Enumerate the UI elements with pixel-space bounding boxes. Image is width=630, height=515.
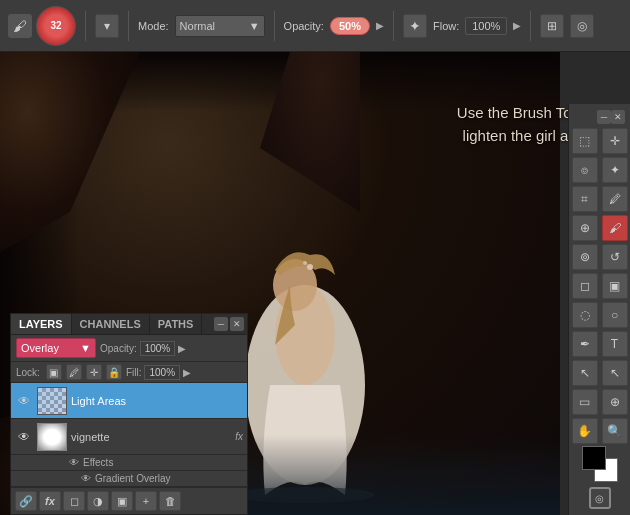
svg-point-3	[307, 264, 313, 270]
opacity-arrow-right[interactable]: ▶	[376, 20, 384, 31]
lock-move-btn[interactable]: ✛	[86, 364, 102, 380]
toolbar-separator-4	[393, 11, 394, 41]
eyedropper-btn[interactable]: 🖉	[602, 186, 628, 212]
tab-channels[interactable]: CHANNELS	[72, 314, 150, 334]
opacity-value-box[interactable]: 50%	[330, 17, 370, 35]
lock-position-btn[interactable]: 🖉	[66, 364, 82, 380]
clone-source-btn[interactable]: ⊞	[540, 14, 564, 38]
link-layers-btn[interactable]: 🔗	[15, 491, 37, 511]
tool-row-10: ▭ ⊕	[571, 388, 629, 416]
svg-point-4	[303, 261, 307, 265]
panel-close-btn[interactable]: ✕	[611, 110, 625, 124]
magic-wand-btn[interactable]: ✦	[602, 157, 628, 183]
gradient-overlay-eye[interactable]: 👁	[81, 473, 91, 484]
quick-mask-btn[interactable]: ◎	[589, 487, 611, 509]
tool-row-3: ⌗ 🖉	[571, 185, 629, 213]
flow-value-box[interactable]: 100%	[465, 17, 507, 35]
brush-size-label: 32	[50, 20, 61, 31]
brush-tool-btn[interactable]: 🖌	[602, 215, 628, 241]
new-layer-btn[interactable]: +	[135, 491, 157, 511]
layer-thumb-light-areas	[37, 387, 67, 415]
brush-tool-icon[interactable]: 🖌	[8, 14, 32, 38]
pressure-btn[interactable]: ◎	[570, 14, 594, 38]
top-toolbar: 🖌 32 ▾ Mode: Normal ▼ Opacity: 50% ▶ ✦ F…	[0, 0, 630, 52]
blend-mode-chevron: ▼	[249, 20, 260, 32]
layers-panel: LAYERS CHANNELS PATHS ─ ✕ Overlay ▼ Opac…	[10, 313, 248, 515]
blend-opacity-row: Overlay ▼ Opacity: 100% ▶	[11, 335, 247, 362]
channels-label: CHANNELS	[80, 318, 141, 330]
lock-fill-row: Lock: ▣ 🖉 ✛ 🔒 Fill: 100% ▶	[11, 362, 247, 383]
group-btn[interactable]: ▣	[111, 491, 133, 511]
layer-name-vignette: vignette	[71, 431, 231, 443]
foreground-color-swatch[interactable]	[582, 446, 606, 470]
hand-tool-btn[interactable]: ✋	[572, 418, 598, 444]
lasso-tool-btn[interactable]: ⌾	[572, 157, 598, 183]
layer-visibility-vignette[interactable]: 👁	[15, 428, 33, 446]
tool-row-7: ◌ ○	[571, 301, 629, 329]
path-select-btn[interactable]: ↖	[572, 360, 598, 386]
move-tool-btn[interactable]: ✛	[602, 128, 628, 154]
brush-picker-btn[interactable]: ▾	[95, 14, 119, 38]
fill-row: Fill: 100% ▶	[126, 365, 242, 380]
layer-blend-mode[interactable]: Overlay ▼	[16, 338, 96, 358]
panel-close-btn2[interactable]: ✕	[230, 317, 244, 331]
marquee-tool-btn[interactable]: ⬚	[572, 128, 598, 154]
layer-name-light-areas: Light Areas	[71, 395, 243, 407]
clone-stamp-btn[interactable]: ⊚	[572, 244, 598, 270]
layer-effects-header: 👁 Effects	[11, 455, 247, 471]
effects-eye[interactable]: 👁	[69, 457, 79, 468]
brush-tool-area: 🖌 32	[8, 6, 76, 46]
blur-btn[interactable]: ◌	[572, 302, 598, 328]
layers-panel-header: LAYERS CHANNELS PATHS ─ ✕	[11, 314, 247, 335]
crop-tool-btn[interactable]: ⌗	[572, 186, 598, 212]
layer-visibility-light-areas[interactable]: 👁	[15, 392, 33, 410]
tab-layers[interactable]: LAYERS	[11, 314, 72, 334]
tab-paths[interactable]: PATHS	[150, 314, 203, 334]
tool-row-4: ⊕ 🖌	[571, 214, 629, 242]
toolbar-separator-5	[530, 11, 531, 41]
dodge-btn[interactable]: ○	[602, 302, 628, 328]
tool-row-6: ◻ ▣	[571, 272, 629, 300]
layers-bottom-bar: 🔗 fx ◻ ◑ ▣ + 🗑	[11, 487, 247, 514]
fill-label: Fill:	[126, 367, 142, 378]
eraser-btn[interactable]: ◻	[572, 273, 598, 299]
tool-row-9: ↖ ↖	[571, 359, 629, 387]
adjustment-btn[interactable]: ◑	[87, 491, 109, 511]
blend-mode-dropdown[interactable]: Normal ▼	[175, 15, 265, 37]
layer-row-vignette[interactable]: 👁 vignette fx	[11, 419, 247, 455]
toolbar-separator-3	[274, 11, 275, 41]
fill-value[interactable]: 100%	[144, 365, 180, 380]
shape-tool-btn[interactable]: ▭	[572, 389, 598, 415]
layer-effect-gradient-overlay: 👁 Gradient Overlay	[11, 471, 247, 487]
fill-arrow[interactable]: ▶	[183, 367, 191, 378]
delete-layer-btn[interactable]: 🗑	[159, 491, 181, 511]
pen-tool-btn[interactable]: ✒	[572, 331, 598, 357]
tool-row-5: ⊚ ↺	[571, 243, 629, 271]
toolbar-separator-2	[128, 11, 129, 41]
history-brush-btn[interactable]: ↺	[602, 244, 628, 270]
opacity-value[interactable]: 100%	[140, 341, 176, 356]
gradient-btn[interactable]: ▣	[602, 273, 628, 299]
tool-row-2: ⌾ ✦	[571, 156, 629, 184]
add-mask-btn[interactable]: ◻	[63, 491, 85, 511]
add-fx-btn[interactable]: fx	[39, 491, 61, 511]
panel-minimize-btn[interactable]: ─	[214, 317, 228, 331]
direct-select-btn[interactable]: ↖	[602, 360, 628, 386]
lock-pixels-btn[interactable]: ▣	[46, 364, 62, 380]
panel-controls: ─ ✕	[211, 315, 247, 333]
airbrush-btn[interactable]: ✦	[403, 14, 427, 38]
tool-row-11: ✋ 🔍	[571, 417, 629, 445]
panel-collapse-btn[interactable]: ─	[597, 110, 611, 124]
opacity-arrow[interactable]: ▶	[178, 343, 186, 354]
lock-all-btn[interactable]: 🔒	[106, 364, 122, 380]
zoom-tool-btn[interactable]: ⊕	[602, 389, 628, 415]
foreground-background-color[interactable]	[582, 446, 618, 482]
healing-brush-btn[interactable]: ⊕	[572, 215, 598, 241]
flow-arrow-right[interactable]: ▶	[513, 20, 521, 31]
tool-row-8: ✒ T	[571, 330, 629, 358]
text-tool-btn[interactable]: T	[602, 331, 628, 357]
color-swatch-area: ◎	[582, 446, 618, 515]
zoom2-tool-btn[interactable]: 🔍	[602, 418, 628, 444]
layer-row-light-areas[interactable]: 👁 Light Areas	[11, 383, 247, 419]
brush-size-preview[interactable]: 32	[36, 6, 76, 46]
